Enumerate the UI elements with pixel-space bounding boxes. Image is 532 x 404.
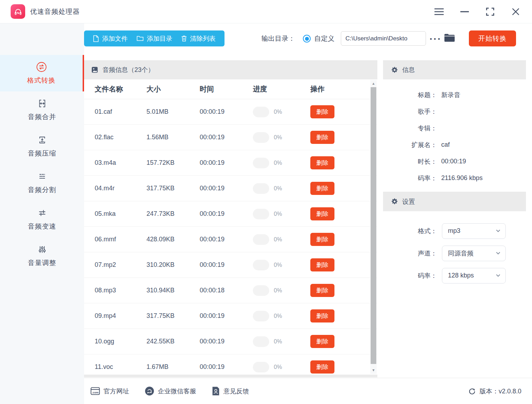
- table-row[interactable]: 10.ogg 242.55KB 00:00:19 0% 删除: [84, 329, 377, 354]
- folder-open-icon: [444, 33, 455, 43]
- cell-action: 删除: [310, 105, 377, 118]
- field-label: 扩展名：: [383, 141, 437, 149]
- trash-icon: [181, 35, 187, 42]
- cell-progress: 0%: [253, 234, 310, 245]
- sidebar-item-audio-compress[interactable]: 音频压缩: [0, 128, 84, 164]
- official-website-link[interactable]: .com 官方网址: [90, 387, 129, 395]
- table-row[interactable]: 06.mmf 428.09KB 00:00:19 0% 删除: [84, 227, 377, 252]
- feedback-link[interactable]: 意见反馈: [212, 386, 249, 396]
- title-bar: 优速音频处理器: [0, 0, 532, 23]
- cell-file-time: 00:00:19: [200, 261, 253, 269]
- maximize-button[interactable]: [484, 6, 496, 17]
- progress-percent: 0%: [274, 287, 282, 294]
- delete-button[interactable]: 删除: [310, 207, 334, 220]
- custom-radio[interactable]: [303, 35, 311, 43]
- file-list-panel: 音频信息（23个） 文件名称 大小 时间 进度 操作 01.caf 5.01MB: [84, 60, 377, 377]
- field-value: caf: [441, 141, 450, 148]
- custom-option-label[interactable]: 自定义: [314, 30, 334, 46]
- browse-more-button[interactable]: ···: [430, 31, 442, 47]
- start-convert-button[interactable]: 开始转换: [469, 30, 516, 46]
- bitrate-select[interactable]: 128 kbps: [442, 268, 506, 284]
- add-folder-button[interactable]: 添加目录: [137, 34, 172, 43]
- table-row[interactable]: 02.flac 1.56MB 00:00:19 0% 删除: [84, 125, 377, 150]
- sidebar-item-audio-merge[interactable]: 音频合并: [0, 91, 84, 128]
- cell-file-size: 5.01MB: [146, 108, 200, 116]
- wechat-support-link[interactable]: 企业微信客服: [145, 386, 196, 396]
- info-field-album: 专辑：: [383, 120, 526, 136]
- cell-file-name: 01.caf: [95, 108, 146, 116]
- col-header-progress: 进度: [253, 84, 310, 94]
- sidebar-item-volume-adjust[interactable]: 音量调整: [0, 237, 84, 274]
- delete-button[interactable]: 删除: [310, 182, 334, 195]
- table-body: 01.caf 5.01MB 00:00:19 0% 删除: [84, 99, 377, 375]
- app-title: 优速音频处理器: [30, 7, 80, 16]
- cell-file-name: 05.mka: [95, 210, 146, 218]
- table-row[interactable]: 07.mp2 310.20KB 00:00:19 0% 删除: [84, 252, 377, 278]
- field-label: 码率：: [383, 174, 437, 183]
- gear-icon: [391, 66, 398, 74]
- maximize-icon: [486, 7, 495, 16]
- cell-file-name: 08.mp3: [95, 287, 146, 294]
- table-row[interactable]: 03.m4a 157.72KB 00:00:19 0% 删除: [84, 150, 377, 176]
- clear-list-button[interactable]: 清除列表: [181, 34, 216, 43]
- cell-action: 删除: [310, 284, 377, 297]
- delete-button[interactable]: 删除: [310, 309, 334, 322]
- table-row[interactable]: 11.voc 1.67MB 00:00:19 0% 删除: [84, 354, 377, 375]
- sidebar-item-audio-speed[interactable]: 音频变速: [0, 201, 84, 237]
- info-field-title: 标题： 新录音: [383, 86, 526, 103]
- cell-file-size: 247.73KB: [146, 210, 200, 218]
- scroll-down-arrow[interactable]: ▼: [370, 368, 377, 373]
- audio-speed-icon: [37, 207, 48, 219]
- sidebar-item-format-convert[interactable]: 格式转换: [0, 55, 84, 91]
- menu-button[interactable]: [433, 6, 445, 17]
- version-label: 版本：v2.0.8.0: [480, 387, 521, 395]
- gear-icon: [391, 198, 398, 205]
- table-row[interactable]: 09.mp4 317.75KB 00:00:19 0% 删除: [84, 303, 377, 329]
- channel-select[interactable]: 同源音频: [442, 246, 506, 261]
- file-icon: [93, 35, 99, 42]
- cell-progress: 0%: [253, 209, 310, 219]
- delete-button[interactable]: 删除: [310, 233, 334, 246]
- main-content: 添加文件 添加目录 清除列表 输出目录： 自定义 ··· 开始转换: [84, 23, 532, 378]
- cell-file-time: 00:00:19: [200, 185, 253, 192]
- scroll-up-arrow[interactable]: ▲: [370, 81, 377, 86]
- settings-panel-header: 设置: [383, 192, 526, 211]
- output-path-input[interactable]: [341, 31, 426, 46]
- folder-icon: [137, 35, 144, 41]
- wechat-support-label: 企业微信客服: [158, 387, 196, 395]
- delete-button[interactable]: 删除: [310, 284, 334, 297]
- table-row[interactable]: 01.caf 5.01MB 00:00:19 0% 删除: [84, 99, 377, 125]
- delete-button[interactable]: 删除: [310, 156, 334, 169]
- cell-file-size: 317.75KB: [146, 185, 200, 192]
- col-header-time: 时间: [200, 84, 253, 94]
- close-button[interactable]: [510, 6, 521, 17]
- cell-file-name: 04.m4r: [95, 185, 146, 192]
- table-scrollbar[interactable]: ▲ ▼: [370, 80, 377, 374]
- add-file-button[interactable]: 添加文件: [93, 34, 128, 43]
- cell-file-name: 02.flac: [95, 134, 146, 141]
- table-row[interactable]: 05.mka 247.73KB 00:00:19 0% 删除: [84, 201, 377, 227]
- cell-action: 删除: [310, 131, 377, 144]
- sidebar-item-label: 音频压缩: [28, 149, 56, 158]
- progress-percent: 0%: [274, 338, 282, 345]
- field-value: 新录音: [441, 91, 460, 99]
- progress-percent: 0%: [274, 160, 282, 166]
- format-select[interactable]: mp3: [442, 223, 506, 239]
- open-folder-button[interactable]: [444, 33, 455, 44]
- sidebar-item-label: 音频合并: [28, 112, 56, 122]
- delete-button[interactable]: 删除: [310, 131, 334, 144]
- delete-button[interactable]: 删除: [310, 258, 334, 271]
- info-panel-body: 标题： 新录音 歌手： 专辑： 扩展名： caf 时长： 00:00:19 码率…: [383, 79, 526, 186]
- close-icon: [511, 7, 520, 16]
- cell-file-size: 310.94KB: [146, 287, 200, 294]
- cell-progress: 0%: [253, 336, 310, 347]
- delete-button[interactable]: 删除: [310, 360, 334, 374]
- cell-file-time: 00:00:19: [200, 134, 253, 141]
- minimize-button[interactable]: [459, 6, 470, 17]
- scrollbar-thumb[interactable]: [371, 87, 376, 364]
- delete-button[interactable]: 删除: [310, 335, 334, 348]
- table-row[interactable]: 08.mp3 310.94KB 00:00:18 0% 删除: [84, 278, 377, 303]
- delete-button[interactable]: 删除: [310, 105, 334, 118]
- table-row[interactable]: 04.m4r 317.75KB 00:00:19 0% 删除: [84, 176, 377, 201]
- sidebar-item-audio-split[interactable]: 音频分割: [0, 164, 84, 201]
